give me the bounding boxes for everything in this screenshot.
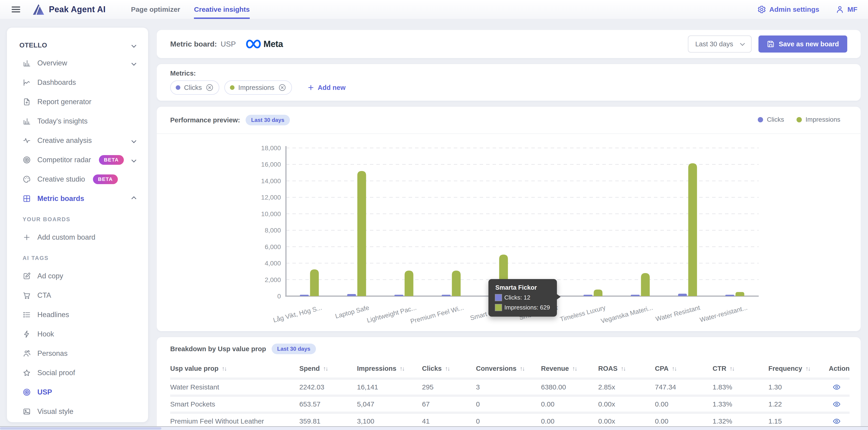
sort-icon[interactable]: ↑↓ [222, 365, 226, 372]
table-row-cell: 1.22 [768, 397, 829, 414]
impressions-legend-dot [797, 117, 802, 122]
svg-text:8,000: 8,000 [265, 227, 281, 234]
scrollbar-thumb[interactable] [0, 427, 161, 430]
breakdown-title: Breakdown by Usp value prop [170, 345, 266, 353]
sidebar-item-headlines[interactable]: Headlines [7, 305, 148, 325]
sidebar-item-ad-copy[interactable]: Ad copy [7, 266, 148, 286]
sort-icon[interactable]: ↑↓ [323, 365, 328, 372]
user-initials: MF [847, 5, 858, 13]
metric-chip-clicks[interactable]: Clicks [170, 80, 219, 95]
workspace-switcher[interactable]: OTELLO [7, 37, 148, 54]
remove-chip-icon[interactable] [206, 84, 214, 92]
sort-icon[interactable]: ↑↓ [672, 365, 676, 372]
col-roas: ROAS↑↓ [598, 361, 655, 380]
svg-text:Låg Vikt, Hög S...: Låg Vikt, Hög S... [272, 304, 322, 324]
col-impressions: Impressions↑↓ [357, 361, 422, 380]
col-action: Action [829, 361, 849, 380]
beta-badge: BETA [99, 155, 124, 165]
sidebar-item-dashboards[interactable]: Dashboards [7, 73, 148, 92]
sidebar-item-cta[interactable]: CTA [7, 286, 148, 305]
sidebar-item-visual-style[interactable]: Visual style [7, 402, 148, 421]
sidebar-item-overview[interactable]: Overview [7, 54, 148, 73]
sidebar-item-metric-boards[interactable]: Metric boards [7, 189, 148, 208]
user-menu[interactable]: MF [836, 5, 858, 14]
tab-creative-insights[interactable]: Creative insights [194, 0, 250, 19]
date-range-badge: Last 30 days [272, 343, 316, 354]
chart-tooltip: Smarta Fickor Clicks: 12 Impressions: 62… [489, 279, 557, 317]
table-row-cell: 0.00 [655, 414, 713, 427]
table-row-cell: 1.33% [713, 397, 768, 414]
svg-text:16,000: 16,000 [261, 161, 281, 168]
col-ctr: CTR↑↓ [713, 361, 768, 380]
target-icon [23, 156, 31, 164]
add-new-metric-button[interactable]: Add new [307, 84, 346, 92]
sort-icon[interactable]: ↑↓ [730, 365, 734, 372]
view-row-eye-icon[interactable] [833, 417, 841, 425]
sort-icon[interactable]: ↑↓ [400, 365, 404, 372]
sort-icon[interactable]: ↑↓ [520, 365, 524, 372]
breakdown-table-panel: Breakdown by Usp value prop Last 30 days… [157, 337, 861, 427]
plus-icon [23, 233, 31, 241]
legend-item-impressions[interactable]: Impressions [797, 116, 840, 123]
app-logo[interactable]: Peak Agent AI [32, 3, 105, 16]
sort-icon[interactable]: ↑↓ [621, 365, 625, 372]
legend-item-clicks[interactable]: Clicks [758, 116, 784, 123]
admin-settings-label: Admin settings [769, 5, 819, 13]
col-clicks: Clicks↑↓ [422, 361, 476, 380]
metric-chip-impressions[interactable]: Impressions [224, 80, 292, 95]
table-row-cell: 16,141 [357, 380, 422, 397]
star-icon [23, 369, 31, 377]
chart-legend: Clicks Impressions [758, 116, 840, 123]
gear-icon [757, 5, 766, 14]
view-row-eye-icon[interactable] [833, 383, 841, 391]
table-row-cell: Premium Feel Without Leather [170, 414, 299, 427]
table-row-cell: 0.00x [598, 414, 655, 427]
workspace-name: OTELLO [19, 41, 47, 49]
svg-text:Water-resistant...: Water-resistant... [699, 304, 748, 324]
admin-settings-link[interactable]: Admin settings [757, 5, 819, 14]
performance-bar-chart[interactable]: 02,0004,0006,0008,00010,00012,00014,0001… [249, 143, 816, 328]
target-icon [23, 388, 31, 396]
table-row-cell: 0.00 [541, 397, 598, 414]
sidebar-item-add-custom-board[interactable]: Add custom board [7, 228, 148, 247]
sort-icon[interactable]: ↑↓ [806, 365, 810, 372]
person-icon [836, 5, 844, 14]
svg-text:6,000: 6,000 [265, 243, 281, 251]
sidebar: OTELLO Overview Dashboards Report genera… [7, 28, 148, 422]
svg-text:4,000: 4,000 [265, 260, 281, 267]
svg-text:Veganska Materi...: Veganska Materi... [600, 304, 654, 325]
col-revenue: Revenue↑↓ [541, 361, 598, 380]
sidebar-item-creative-studio[interactable]: Creative studio BETA [7, 170, 148, 189]
horizontal-scrollbar[interactable] [0, 426, 868, 430]
sidebar-item-usp[interactable]: USP [7, 383, 148, 402]
table-row-cell: 0.00 [655, 397, 713, 414]
section-ai-tags: AI TAGS [7, 250, 148, 266]
meta-infinity-icon [246, 39, 261, 49]
people-icon [23, 349, 31, 358]
chevron-down-icon [740, 41, 745, 46]
remove-chip-icon[interactable] [278, 84, 286, 92]
plus-icon [307, 84, 314, 91]
sidebar-item-hook[interactable]: Hook [7, 325, 148, 344]
save-as-new-board-button[interactable]: Save as new board [758, 35, 847, 53]
metric-board-header: Metric board: USP Meta Last 30 days Save… [157, 30, 861, 58]
sidebar-item-personas[interactable]: Personas [7, 344, 148, 363]
sidebar-item-creative-analysis[interactable]: Creative analysis [7, 131, 148, 150]
sidebar-item-social-proof[interactable]: Social proof [7, 363, 148, 383]
meta-platform-label: Meta [264, 39, 283, 49]
metric-board-name: USP [221, 40, 236, 48]
sidebar-item-competitor-radar[interactable]: Competitor radar BETA [7, 150, 148, 170]
view-row-eye-icon[interactable] [833, 400, 841, 408]
hamburger-menu-icon[interactable] [10, 4, 22, 15]
tab-page-optimizer[interactable]: Page optimizer [131, 0, 180, 19]
table-row-cell: 2242.03 [299, 380, 357, 397]
sidebar-item-report-generator[interactable]: Report generator [7, 92, 148, 111]
chevron-down-icon [131, 138, 136, 143]
sort-icon[interactable]: ↑↓ [445, 365, 450, 372]
tooltip-title: Smarta Fickor [495, 284, 550, 291]
sidebar-item-todays-insights[interactable]: Today's insights [7, 111, 148, 131]
metrics-label: Metrics: [170, 70, 847, 77]
col-conversions: Conversions↑↓ [476, 361, 541, 380]
date-range-select[interactable]: Last 30 days [688, 35, 751, 53]
sort-icon[interactable]: ↑↓ [572, 365, 577, 372]
